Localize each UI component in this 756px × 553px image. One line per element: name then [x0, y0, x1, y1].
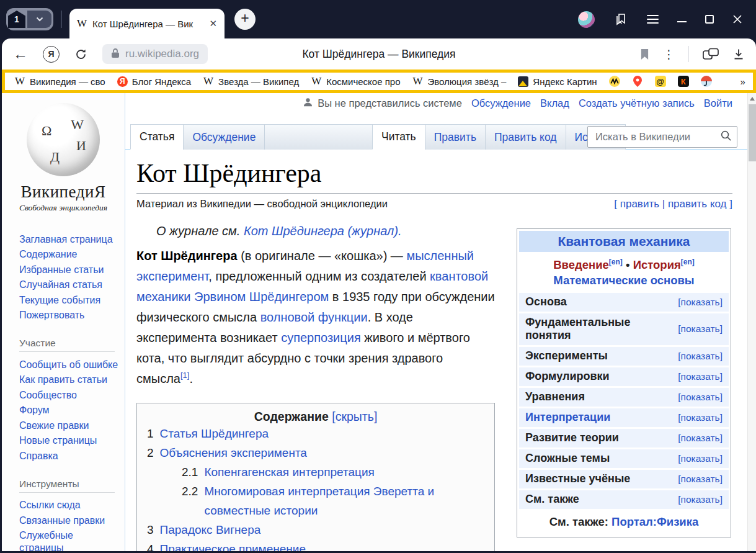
toc-item[interactable]: 2.1Копенгагенская интерпретация: [182, 462, 484, 482]
search-icon[interactable]: [720, 130, 732, 144]
article-link[interactable]: Эрвином Шрёдингером: [194, 290, 329, 303]
toc-item[interactable]: 4Практическое применение: [147, 539, 484, 551]
bookmark-item[interactable]: WЗвезда — Википед: [203, 76, 299, 87]
side-panels-icon[interactable]: [703, 48, 719, 60]
toc-item[interactable]: 1Статья Шрёдингера: [147, 424, 484, 443]
bookmark-item[interactable]: WВикипедия — сво: [14, 76, 105, 87]
sidebar-item[interactable]: Новые страницы: [2, 433, 125, 449]
tab-panels-icon[interactable]: [613, 12, 628, 26]
globe-glyph: Д: [50, 149, 60, 165]
wiki-tab-Править[interactable]: Править: [425, 124, 486, 150]
yandex-button[interactable]: Я: [43, 46, 60, 63]
vertical-scrollbar[interactable]: [747, 93, 756, 551]
bookmark-item[interactable]: »: [724, 76, 745, 87]
infobox-show-toggle[interactable]: [показать]: [678, 371, 723, 382]
address-bar[interactable]: ru.wikipedia.org: [102, 44, 208, 64]
bookmark-item[interactable]: К: [678, 76, 689, 87]
sidebar-item[interactable]: Текущие события: [2, 292, 125, 308]
infobox-red-link[interactable]: История: [633, 258, 681, 271]
edit-link[interactable]: править: [620, 198, 659, 210]
infobox-row-label[interactable]: Интерпретации: [525, 411, 610, 424]
sidebar-item[interactable]: Избранные статьи: [2, 262, 125, 277]
infobox-show-toggle[interactable]: [показать]: [678, 351, 723, 362]
infobox-show-toggle[interactable]: [показать]: [678, 474, 723, 485]
bookmark-item[interactable]: WКосмическое про: [311, 76, 400, 87]
interwiki-sup-link[interactable]: [en]: [681, 258, 695, 266]
hatnote-link[interactable]: Кот Шрёдингера (журнал).: [244, 224, 402, 238]
tab-group-button[interactable]: 1: [6, 8, 53, 30]
article-link[interactable]: волновой функции: [260, 310, 368, 324]
bookmark-item[interactable]: [609, 76, 620, 87]
scrollbar-thumb[interactable]: [749, 104, 756, 161]
sidebar-item[interactable]: Служебные страницы: [2, 528, 125, 552]
sidebar-item[interactable]: Связанные правки: [2, 513, 125, 528]
toc-item[interactable]: 2.2Многомировая интерпретация Эверетта и…: [182, 482, 484, 520]
infobox-red-link[interactable]: Введение: [553, 258, 609, 271]
active-browser-tab[interactable]: W Кот Шрёдингера — Вик ✕: [69, 9, 225, 38]
lock-icon[interactable]: [111, 48, 120, 61]
infobox-math-foundations-link[interactable]: Математические основы: [519, 272, 729, 291]
infobox-show-toggle[interactable]: [показать]: [678, 392, 723, 403]
article-link[interactable]: суперпозиция: [281, 331, 361, 344]
sidebar-item[interactable]: Ссылки сюда: [2, 498, 125, 513]
wiki-search-box[interactable]: [587, 126, 737, 148]
close-icon[interactable]: [732, 14, 742, 24]
sidebar-item[interactable]: Как править статьи: [2, 372, 125, 388]
menu-icon[interactable]: [647, 15, 659, 24]
infobox-show-toggle[interactable]: [показать]: [678, 297, 723, 308]
bookmark-flag-icon[interactable]: [640, 48, 649, 60]
download-icon[interactable]: [732, 48, 745, 60]
wikipedia-wordmark[interactable]: ВикипедиЯ: [2, 182, 125, 202]
bookmark-item[interactable]: WЭволюция звёзд –: [412, 76, 506, 87]
toc-hide-link[interactable]: [скрыть]: [332, 410, 377, 423]
sidebar-item[interactable]: Свежие правки: [2, 418, 125, 433]
sidebar-item[interactable]: Справка: [2, 448, 125, 464]
personal-link-3[interactable]: Войти: [704, 97, 732, 109]
url-text[interactable]: ru.wikipedia.org: [125, 48, 199, 60]
bookmark-item[interactable]: [632, 76, 643, 87]
sidebar-item[interactable]: Заглавная страница: [2, 232, 125, 247]
interwiki-sup-link[interactable]: [en]: [609, 258, 623, 266]
bookmark-item[interactable]: Яндекс Картин: [518, 76, 597, 87]
sidebar-item[interactable]: Случайная статья: [2, 277, 125, 293]
infobox-row: Развитие теории[показать]: [519, 429, 729, 447]
wiki-tab-Читать[interactable]: Читать: [372, 124, 425, 150]
bookmark-item[interactable]: @: [655, 76, 666, 87]
minimize-icon[interactable]: [677, 21, 687, 22]
infobox-show-toggle[interactable]: [показать]: [678, 412, 723, 423]
portal-physics-link[interactable]: Портал:Физика: [611, 515, 698, 528]
wiki-tab-Обсуждение[interactable]: Обсуждение: [183, 124, 265, 150]
tab-close-icon[interactable]: ✕: [209, 18, 217, 29]
personal-link-2[interactable]: Создать учётную запись: [579, 97, 695, 109]
toc-item[interactable]: 2Объяснения эксперимента: [147, 443, 484, 462]
sidebar-item[interactable]: Форум: [2, 403, 125, 418]
infobox-show-toggle[interactable]: [показать]: [678, 453, 723, 464]
bookmark-item[interactable]: ЯБлог Яндекса: [117, 76, 191, 87]
sidebar-item[interactable]: Содержание: [2, 247, 125, 263]
bookmark-item[interactable]: [701, 76, 712, 87]
wiki-tab-Править код[interactable]: Править код: [485, 124, 566, 150]
new-tab-button[interactable]: +: [234, 9, 256, 30]
profile-avatar[interactable]: [578, 11, 595, 28]
infobox-title[interactable]: Квантовая механика: [519, 231, 729, 252]
reload-icon[interactable]: [74, 48, 87, 61]
maximize-icon[interactable]: [705, 15, 714, 24]
sidebar-item[interactable]: Сообщить об ошибке: [2, 357, 125, 372]
search-input[interactable]: [594, 130, 720, 143]
more-options-icon[interactable]: ⋮: [663, 47, 675, 61]
infobox-show-toggle[interactable]: [показать]: [678, 323, 723, 335]
back-button[interactable]: ←: [13, 47, 28, 61]
toc-item[interactable]: 3Парадокс Вигнера: [147, 520, 484, 539]
sidebar-item[interactable]: Сообщество: [2, 387, 125, 403]
chevron-down-icon[interactable]: [27, 11, 51, 28]
wikipedia-globe-logo[interactable]: Ω W И Д: [27, 103, 100, 176]
reference-link[interactable]: [1]: [180, 371, 189, 380]
wiki-tab-Статья[interactable]: Статья: [130, 124, 184, 150]
sidebar-item[interactable]: Пожертвовать: [2, 308, 125, 323]
personal-link-1[interactable]: Вклад: [540, 97, 569, 109]
edit-source-link[interactable]: править код: [668, 198, 727, 210]
personal-link-0[interactable]: Обсуждение: [471, 97, 531, 109]
infobox-show-toggle[interactable]: [показать]: [678, 433, 723, 444]
scroll-up-arrow-icon[interactable]: [750, 97, 755, 101]
infobox-show-toggle[interactable]: [показать]: [678, 494, 723, 505]
